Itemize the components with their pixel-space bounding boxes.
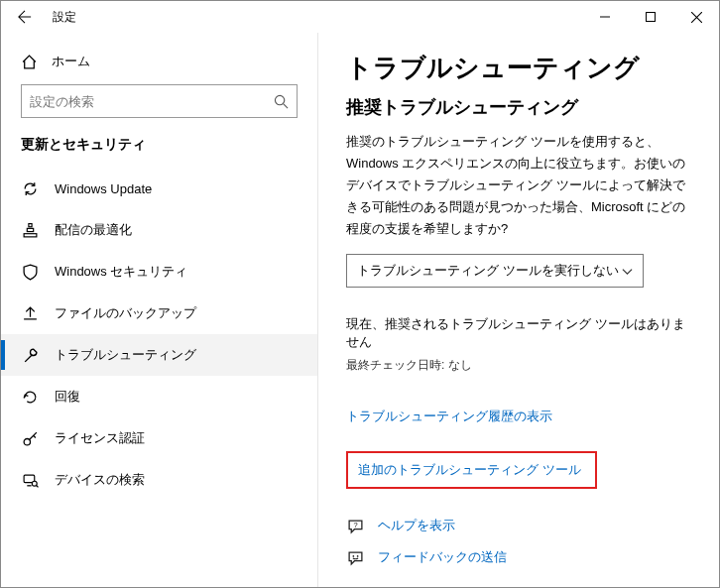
arrow-left-icon (18, 10, 32, 24)
sidebar-item-recovery[interactable]: 回復 (1, 376, 317, 417)
help-icon: ? (346, 517, 364, 534)
sidebar-item-troubleshoot[interactable]: トラブルシューティング (1, 334, 317, 376)
svg-rect-0 (647, 13, 656, 22)
window-title: 設定 (53, 9, 76, 26)
maximize-button[interactable] (628, 1, 673, 33)
settings-window: 設定 ホーム (0, 0, 720, 588)
sidebar-item-label: デバイスの検索 (55, 471, 145, 489)
home-icon (21, 54, 38, 70)
home-button[interactable]: ホーム (1, 45, 317, 84)
category-heading: 更新とセキュリティ (1, 136, 317, 168)
chevron-down-icon (622, 266, 633, 277)
get-help-row[interactable]: ? ヘルプを表示 (346, 517, 697, 534)
sidebar-item-label: 回復 (55, 388, 80, 406)
sidebar-item-activation[interactable]: ライセンス認証 (1, 417, 317, 459)
delivery-icon (21, 221, 39, 239)
sidebar-item-backup[interactable]: ファイルのバックアップ (1, 293, 317, 334)
history-link[interactable]: トラブルシューティング履歴の表示 (346, 408, 552, 425)
sidebar-item-label: Windows Update (55, 181, 152, 196)
search-icon (274, 94, 289, 109)
svg-text:?: ? (353, 521, 357, 529)
status-text: 現在、推奨されるトラブルシューティング ツールはありません (346, 315, 697, 351)
svg-point-5 (24, 438, 30, 444)
backup-icon (21, 304, 39, 322)
svg-point-1 (275, 95, 284, 104)
main-content: トラブルシューティング 推奨トラブルシューティング 推奨のトラブルシューティング… (318, 33, 719, 587)
sidebar-item-label: トラブルシューティング (55, 346, 196, 364)
minimize-button[interactable] (582, 1, 628, 33)
wrench-icon (21, 346, 39, 364)
sync-icon (21, 179, 39, 197)
back-button[interactable] (9, 1, 41, 33)
shield-icon (21, 263, 39, 281)
svg-rect-4 (28, 223, 31, 226)
close-button[interactable] (673, 1, 719, 33)
last-check-text: 最終チェック日時: なし (346, 357, 697, 374)
feedback-link: フィードバックの送信 (378, 548, 507, 566)
sidebar-item-windows-update[interactable]: Windows Update (1, 168, 317, 209)
search-input[interactable] (30, 94, 274, 109)
svg-point-10 (356, 555, 358, 557)
maximize-icon (646, 12, 656, 22)
window-controls (582, 1, 719, 33)
section-heading: 推奨トラブルシューティング (346, 95, 697, 119)
feedback-row[interactable]: フィードバックの送信 (346, 548, 697, 566)
svg-point-9 (352, 555, 354, 557)
additional-troubleshooters-highlight: 追加のトラブルシューティング ツール (346, 451, 597, 489)
sidebar: ホーム 更新とセキュリティ Windows Update 配信の最適化 (1, 33, 318, 587)
find-device-icon (21, 471, 39, 489)
home-label: ホーム (52, 53, 90, 70)
troubleshoot-preference-dropdown[interactable]: トラブルシューティング ツールを実行しない (346, 254, 644, 288)
feedback-icon (346, 548, 364, 566)
close-icon (691, 12, 702, 23)
recovery-icon (21, 388, 39, 406)
search-box[interactable] (21, 84, 298, 118)
titlebar: 設定 (1, 1, 719, 33)
svg-point-7 (32, 481, 37, 486)
sidebar-item-label: ファイルのバックアップ (55, 304, 196, 322)
section-description: 推奨のトラブルシューティング ツールを使用すると、Windows エクスペリエン… (346, 131, 697, 240)
sidebar-item-find-device[interactable]: デバイスの検索 (1, 459, 317, 501)
page-title: トラブルシューティング (346, 51, 697, 85)
sidebar-item-windows-security[interactable]: Windows セキュリティ (1, 251, 317, 293)
help-link: ヘルプを表示 (378, 517, 455, 534)
svg-rect-3 (27, 228, 33, 231)
svg-rect-2 (24, 233, 37, 236)
sidebar-item-label: 配信の最適化 (55, 221, 132, 239)
sidebar-item-delivery-optimization[interactable]: 配信の最適化 (1, 209, 317, 251)
sidebar-item-label: ライセンス認証 (55, 429, 145, 447)
additional-troubleshooters-link[interactable]: 追加のトラブルシューティング ツール (358, 461, 581, 479)
dropdown-value: トラブルシューティング ツールを実行しない (357, 262, 619, 280)
key-icon (21, 429, 39, 447)
sidebar-item-label: Windows セキュリティ (55, 263, 187, 281)
minimize-icon (600, 12, 610, 22)
